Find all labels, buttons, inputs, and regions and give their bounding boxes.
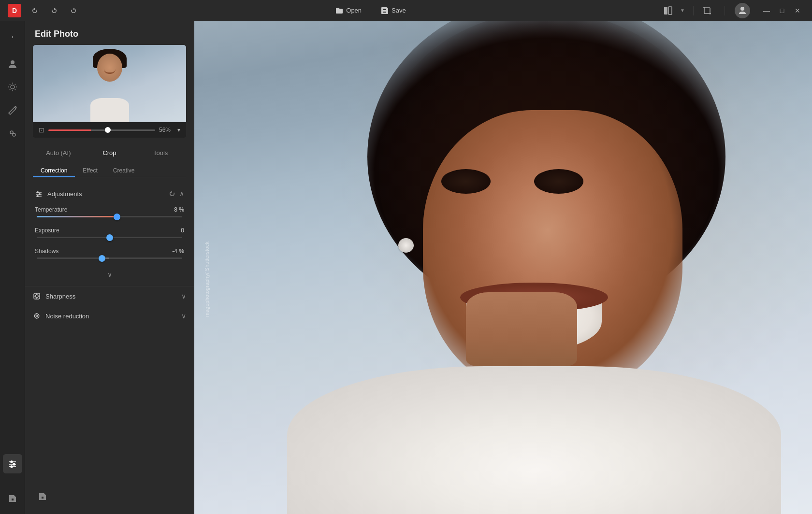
tab-auto-ai[interactable]: Auto (AI)	[33, 145, 84, 160]
save-button[interactable]: Save	[375, 4, 412, 17]
tab-crop[interactable]: Crop	[84, 145, 135, 160]
tab-correction[interactable]: Correction	[33, 164, 75, 177]
shadows-value: -4 %	[170, 248, 184, 255]
bottom-save-icon[interactable]	[33, 487, 52, 506]
temperature-value: 8 %	[170, 206, 184, 213]
secondary-tab-group: Correction Effect Creative	[33, 164, 186, 177]
collapse-sidebar-button[interactable]: ›	[3, 27, 22, 46]
shadows-thumb[interactable]	[99, 255, 105, 262]
svg-rect-2	[704, 8, 710, 14]
compare-dropdown[interactable]: ▼	[678, 3, 687, 18]
sidebar-adjustments-icon[interactable]	[3, 454, 22, 473]
sidebar-sky-icon[interactable]	[3, 77, 22, 97]
reset-icon[interactable]	[169, 190, 175, 197]
noise-reduction-label: Noise reduction	[45, 313, 89, 320]
svg-point-22	[39, 193, 41, 195]
undo-button[interactable]	[46, 3, 62, 18]
adjustments-header-right: ∧	[169, 190, 184, 198]
watermark-text: magephotography/ Shutterstock	[204, 242, 210, 317]
collapse-adjustments-icon[interactable]: ∧	[179, 190, 184, 198]
zoom-slider[interactable]	[48, 129, 155, 131]
photo-canvas[interactable]: magephotography/ Shutterstock	[194, 21, 812, 514]
temperature-fill	[37, 216, 117, 217]
photo-earring	[398, 238, 414, 253]
noise-reduction-left: Noise reduction	[33, 312, 89, 320]
thumbnail-controls: ⊡ 56% ▾	[33, 122, 186, 138]
exposure-thumb[interactable]	[106, 234, 113, 241]
thumbnail-container: ⊡ 56% ▾	[33, 45, 186, 138]
temperature-track	[37, 216, 182, 217]
adjustments-section: Adjustments ∧ Temperature 8 %	[27, 185, 192, 282]
panel-bottom	[25, 479, 194, 514]
sharpness-expand-icon: ∨	[181, 292, 186, 300]
svg-point-25	[35, 295, 38, 298]
minimize-button[interactable]: —	[760, 4, 773, 17]
adjustments-header-left: Adjustments	[35, 190, 82, 198]
adjustments-label: Adjustments	[47, 190, 82, 198]
svg-point-7	[11, 60, 14, 64]
expand-sliders-button[interactable]: ∨	[35, 269, 184, 280]
panel-title: Edit Photo	[35, 29, 78, 39]
redo-button[interactable]	[66, 3, 81, 18]
temperature-thumb[interactable]	[114, 214, 120, 220]
titlebar-right: ▼ — □ ✕	[660, 3, 804, 18]
shadows-row: Shadows -4 %	[35, 248, 184, 259]
svg-point-10	[13, 133, 15, 136]
sidebar-clone-icon[interactable]	[3, 124, 22, 143]
canvas-area: magephotography/ Shutterstock	[194, 21, 812, 514]
exposure-label-row: Exposure 0	[35, 227, 184, 234]
svg-point-8	[11, 85, 14, 89]
avatar	[735, 3, 750, 18]
shadows-label: Shadows	[35, 248, 58, 255]
exposure-track	[37, 237, 182, 238]
tab-tools[interactable]: Tools	[135, 145, 186, 160]
svg-point-17	[11, 466, 13, 468]
thumbnail-dropdown[interactable]: ▾	[177, 127, 180, 133]
crop-view-button[interactable]	[699, 3, 715, 18]
thumbnail-crop-icon[interactable]: ⊡	[39, 126, 44, 134]
close-button[interactable]: ✕	[791, 4, 804, 17]
watermark: magephotography/ Shutterstock	[204, 242, 210, 317]
titlebar-center: Open Save	[330, 4, 411, 17]
tab-creative[interactable]: Creative	[105, 164, 143, 177]
svg-point-21	[37, 191, 39, 193]
photo-neck	[466, 292, 577, 366]
adjustments-header[interactable]: Adjustments ∧	[27, 185, 192, 202]
temperature-label: Temperature	[35, 206, 67, 213]
divider-1	[693, 6, 694, 15]
thumbnail-image	[33, 45, 186, 122]
svg-rect-1	[668, 7, 672, 14]
titlebar-actions	[27, 3, 81, 18]
sharpness-icon	[33, 292, 41, 300]
main-layout: ›	[0, 21, 812, 514]
exposure-value: 0	[170, 227, 184, 234]
noise-reduction-expand-icon: ∨	[181, 312, 186, 320]
open-button[interactable]: Open	[330, 4, 367, 17]
app-logo-letter: D	[12, 7, 17, 14]
sidebar-person-icon[interactable]	[3, 54, 22, 73]
noise-reduction-section[interactable]: Noise reduction ∨	[25, 306, 194, 326]
photo-eye-left	[441, 169, 491, 194]
maximize-button[interactable]: □	[775, 4, 789, 17]
undo-back-button[interactable]	[27, 3, 43, 18]
svg-point-9	[10, 131, 13, 134]
sidebar-save-bottom-icon[interactable]	[3, 489, 22, 508]
sidebar-retouch-icon[interactable]	[3, 100, 22, 120]
sidebar-icons: ›	[0, 21, 25, 514]
shadows-track	[37, 257, 182, 259]
sharpness-left: Sharpness	[33, 292, 75, 300]
toolbar-icon-group: ▼	[660, 3, 715, 18]
edit-panel: Edit Photo ⊡ 56% ▾	[25, 21, 194, 514]
sharpness-label: Sharpness	[45, 293, 75, 300]
photo-shirt	[287, 366, 781, 514]
adjustments-icon	[35, 190, 43, 198]
zoom-value: 56%	[159, 127, 174, 133]
noise-reduction-icon	[33, 312, 41, 320]
sharpness-section[interactable]: Sharpness ∨	[25, 286, 194, 306]
divider-2	[725, 6, 725, 15]
exposure-label: Exposure	[35, 227, 59, 234]
tab-effect[interactable]: Effect	[75, 164, 105, 177]
titlebar: D	[0, 0, 812, 21]
save-label: Save	[392, 7, 406, 14]
compare-button[interactable]	[660, 3, 676, 18]
